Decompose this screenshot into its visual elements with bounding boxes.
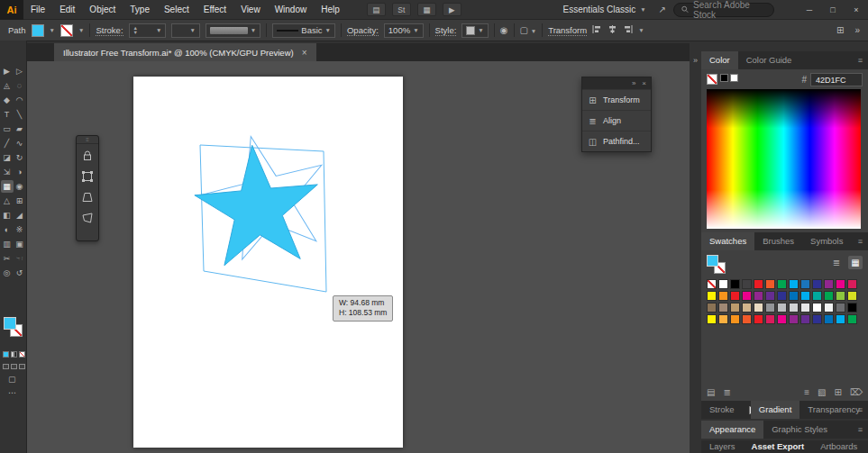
align-right-icon[interactable]: [623, 24, 633, 36]
color-swatch[interactable]: [707, 291, 717, 301]
color-swatch[interactable]: [777, 314, 787, 324]
color-swatch[interactable]: [742, 303, 752, 313]
screen-mode-icon[interactable]: ▢: [8, 375, 16, 384]
panel-item-pathfind[interactable]: ◫Pathfind...: [582, 131, 651, 151]
direct-selection-tool[interactable]: ▷: [14, 65, 26, 77]
recolor-artwork-icon[interactable]: ◉: [500, 25, 508, 35]
gpu-performance-icon[interactable]: ↗: [659, 5, 666, 14]
document-tab[interactable]: Illustrator Free Transform.ai* @ 100% (C…: [54, 43, 316, 61]
delete-swatch-icon[interactable]: ⌦: [850, 387, 863, 397]
rotate-tool[interactable]: ↻: [14, 151, 26, 164]
panel-menu-icon[interactable]: ≡: [858, 405, 863, 414]
close-tab-icon[interactable]: ×: [302, 48, 307, 58]
color-swatch[interactable]: [836, 303, 845, 313]
artboard[interactable]: [133, 77, 403, 448]
color-swatch[interactable]: [789, 314, 799, 324]
type-tool[interactable]: T: [1, 108, 14, 121]
panel-menu-icon[interactable]: ≡: [858, 237, 863, 246]
close-panel-icon[interactable]: ×: [642, 79, 646, 87]
color-swatch[interactable]: [754, 314, 763, 324]
pen-tool[interactable]: ◆: [1, 94, 14, 106]
menu-edit[interactable]: Edit: [52, 5, 82, 14]
opacity-link[interactable]: Opacity:: [347, 25, 379, 36]
stroke-link[interactable]: Stroke:: [96, 25, 123, 36]
panel-menu-icon[interactable]: ≡: [858, 425, 863, 434]
document-setup-icon[interactable]: ▤: [367, 3, 386, 16]
search-input[interactable]: Search Adobe Stock: [673, 3, 774, 17]
align-left-icon[interactable]: [592, 24, 602, 36]
zoom-tool[interactable]: ◎: [1, 267, 14, 279]
draw-inside-icon[interactable]: [19, 364, 25, 369]
color-swatch[interactable]: [836, 291, 845, 301]
symbol-sprayer-tool[interactable]: ※: [14, 223, 26, 236]
maximize-button[interactable]: □: [821, 0, 845, 20]
color-swatch[interactable]: [777, 303, 787, 313]
paintbrush-tool[interactable]: ▰: [14, 122, 26, 135]
menu-effect[interactable]: Effect: [196, 5, 233, 14]
color-swatch[interactable]: [754, 303, 763, 313]
none-swatch[interactable]: [707, 74, 717, 85]
column-graph-tool[interactable]: ▥: [1, 238, 14, 250]
list-view-icon[interactable]: ≣: [829, 256, 844, 269]
brush-style-dropdown[interactable]: Basic ▼: [272, 23, 335, 38]
color-spectrum[interactable]: [707, 89, 861, 229]
fill-indicator[interactable]: [4, 317, 16, 330]
style-link[interactable]: Style:: [435, 25, 457, 36]
grid-view-icon[interactable]: ▦: [848, 256, 863, 269]
magic-wand-tool[interactable]: ◬: [1, 79, 14, 92]
menu-object[interactable]: Object: [82, 5, 123, 14]
shaper-tool[interactable]: ∿: [14, 137, 26, 149]
menu-help[interactable]: Help: [314, 5, 347, 14]
color-swatch[interactable]: [812, 303, 822, 313]
color-swatch[interactable]: [789, 279, 799, 289]
draw-behind-icon[interactable]: [11, 364, 17, 369]
color-swatch[interactable]: [742, 314, 752, 324]
line-segment-tool[interactable]: ╲: [14, 108, 26, 121]
color-swatch[interactable]: [730, 314, 740, 324]
mesh-tool[interactable]: ⊞: [14, 195, 26, 207]
share-icon[interactable]: ▶: [443, 3, 461, 16]
pencil-tool[interactable]: ╱: [1, 137, 14, 149]
color-swatch[interactable]: [824, 314, 834, 324]
panel-item-transform[interactable]: ⊞Transform: [582, 89, 651, 110]
transform-link[interactable]: Transform: [548, 25, 587, 36]
minimize-button[interactable]: ─: [798, 0, 821, 20]
color-swatch[interactable]: [765, 291, 775, 301]
perspective-grid-tool[interactable]: △: [1, 195, 14, 207]
tab-gradient[interactable]: Gradient: [751, 401, 799, 419]
color-swatch[interactable]: [718, 314, 728, 324]
workspace-switcher[interactable]: Essentials Classic ▼: [563, 5, 646, 14]
lasso-tool[interactable]: ◌: [14, 79, 26, 92]
tab-layers[interactable]: Layers: [701, 440, 744, 453]
constrain-button[interactable]: [78, 147, 96, 165]
tab-stroke[interactable]: Stroke: [701, 401, 742, 419]
tab-graphic-styles[interactable]: Graphic Styles: [763, 421, 836, 439]
color-swatch[interactable]: [707, 314, 717, 324]
color-swatch[interactable]: [718, 303, 728, 313]
panel-grid-icon[interactable]: ⊞: [836, 25, 844, 35]
selection-tool[interactable]: ▶: [1, 65, 14, 77]
panel-menu-icon[interactable]: ≡: [858, 56, 863, 65]
fill-color-swatch[interactable]: [32, 24, 44, 37]
free-transform-button[interactable]: [78, 168, 96, 186]
widget-grip-icon[interactable]: ≡: [77, 136, 98, 144]
color-swatch[interactable]: [765, 303, 775, 313]
color-swatch[interactable]: [812, 291, 822, 301]
select-similar-icon[interactable]: ▢ ▼: [520, 25, 537, 35]
adobe-stock-icon[interactable]: St: [392, 3, 411, 16]
free-distort-button[interactable]: [78, 209, 96, 227]
curvature-tool[interactable]: ◠: [14, 94, 26, 106]
color-swatch[interactable]: [800, 279, 810, 289]
free-transform-tool[interactable]: ▦: [1, 180, 14, 193]
tab-color[interactable]: Color: [701, 51, 738, 69]
scale-tool[interactable]: ⇲: [1, 166, 14, 178]
color-swatch[interactable]: [836, 279, 845, 289]
none-swatch[interactable]: [707, 279, 717, 289]
color-button[interactable]: [3, 351, 9, 358]
hand-tool[interactable]: ☜: [14, 252, 26, 265]
new-swatch-icon[interactable]: ⊞: [834, 387, 841, 397]
color-swatch[interactable]: [789, 303, 799, 313]
color-swatch[interactable]: [742, 279, 752, 289]
blend-tool[interactable]: ◐: [1, 223, 14, 236]
color-swatch[interactable]: [824, 291, 834, 301]
